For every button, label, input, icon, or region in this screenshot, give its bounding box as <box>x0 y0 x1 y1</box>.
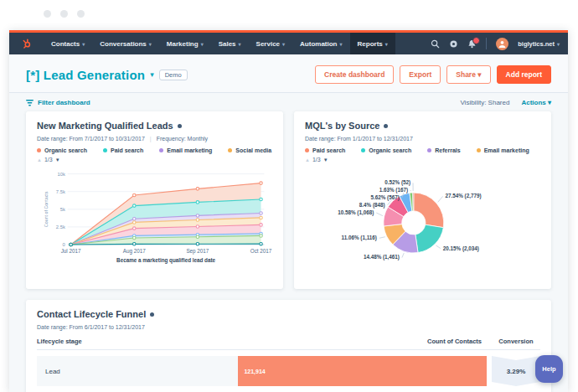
legend-dot-icon <box>477 148 481 152</box>
settings-gear-icon[interactable] <box>449 39 458 49</box>
pie-label: 5.62% (567) <box>371 194 400 201</box>
svg-text:2.5k: 2.5k <box>56 224 65 230</box>
chevron-down-icon: ▾ <box>201 41 204 47</box>
notifications-bell-icon[interactable] <box>467 39 477 49</box>
legend-dot-icon <box>159 148 163 152</box>
account-menu[interactable]: biglytics.net ▾ <box>518 40 560 48</box>
pager-down-icon[interactable]: ▼ <box>323 157 328 162</box>
data-point[interactable] <box>260 235 262 237</box>
nav-item-reports[interactable]: Reports▾ <box>350 33 395 54</box>
filter-dashboard-link[interactable]: Filter dashboard <box>26 99 90 106</box>
actions-menu[interactable]: Actions ▾ <box>521 99 551 106</box>
data-point[interactable] <box>133 227 136 230</box>
data-point[interactable] <box>196 225 199 228</box>
data-point[interactable] <box>133 243 136 245</box>
data-point[interactable] <box>133 193 136 196</box>
data-point[interactable] <box>133 217 136 219</box>
app-window: Contacts▾Conversations▾Marketing▾Sales▾S… <box>9 30 568 392</box>
lifecycle-stage-cell: Lead <box>37 356 238 386</box>
pager-down-icon[interactable]: ▼ <box>55 157 60 162</box>
stacked-area-chart[interactable]: 02.5k5k7.5k10kJul 2017Aug 2017Sep 2017Oc… <box>37 164 272 271</box>
pie-label: 27.54% (2,779) <box>445 193 481 199</box>
legend-item[interactable]: Email marketing <box>477 147 529 153</box>
legend-item[interactable]: Referrals <box>427 147 460 153</box>
legend-item[interactable]: Paid search <box>103 147 143 153</box>
hubspot-logo-icon[interactable] <box>21 39 32 49</box>
help-button[interactable]: Help <box>535 355 563 383</box>
data-point[interactable] <box>133 221 136 224</box>
data-point[interactable] <box>196 219 199 221</box>
data-point[interactable] <box>133 204 136 207</box>
search-icon[interactable] <box>431 39 440 49</box>
legend-label: Organic search <box>44 147 87 153</box>
meta-divider: | <box>150 136 152 142</box>
title-chevron-down-icon[interactable]: ▾ <box>150 70 154 79</box>
pie-label: 20.15% (2,034) <box>443 245 479 252</box>
data-point[interactable] <box>260 212 262 214</box>
visibility-status: Visibility: Shared <box>460 99 509 106</box>
funnel-bar[interactable]: 121,914 <box>238 356 487 386</box>
frequency: Frequency: Monthly <box>157 136 208 142</box>
column-header-count-of-contacts: Count of Contacts <box>238 338 487 345</box>
donut-chart[interactable]: 27.54% (2,779)20.15% (2,034)14.48% (1,46… <box>305 164 540 280</box>
data-point[interactable] <box>196 201 199 204</box>
data-point[interactable] <box>196 235 199 238</box>
nav-item-service[interactable]: Service▾ <box>249 33 292 54</box>
svg-text:Jul 2017: Jul 2017 <box>61 248 81 254</box>
info-icon[interactable] <box>150 312 154 317</box>
data-point[interactable] <box>196 188 199 190</box>
legend-item[interactable]: Email marketing <box>159 147 212 153</box>
main-nav: Contacts▾Conversations▾Marketing▾Sales▾S… <box>44 33 395 54</box>
nav-item-contacts[interactable]: Contacts▾ <box>44 33 92 54</box>
chart-legend: Paid searchOrganic searchReferralsEmail … <box>305 147 540 153</box>
legend-item[interactable]: Social media <box>228 147 271 153</box>
legend-pager: ▲ 1/3 ▼ <box>37 157 272 162</box>
window-controls <box>44 10 85 18</box>
top-navbar: Contacts▾Conversations▾Marketing▾Sales▾S… <box>9 30 568 54</box>
pie-slice[interactable] <box>414 193 444 228</box>
avatar[interactable] <box>496 38 508 50</box>
nav-item-conversations[interactable]: Conversations▾ <box>92 33 159 54</box>
pie-slice[interactable] <box>415 224 443 252</box>
nav-item-automation[interactable]: Automation▾ <box>292 33 349 54</box>
pie-label: 0.52% (52) <box>384 179 410 186</box>
data-point[interactable] <box>260 242 262 245</box>
count-of-contacts-value: 121,914 <box>238 369 265 374</box>
data-point[interactable] <box>260 182 262 184</box>
data-point[interactable] <box>133 236 136 239</box>
card-title: MQL's by Source <box>305 121 379 131</box>
notification-badge <box>472 37 480 44</box>
create-dashboard-button[interactable]: Create dashboard <box>315 65 394 84</box>
chevron-down-icon: ▾ <box>385 41 388 47</box>
data-point[interactable] <box>196 214 199 217</box>
data-point[interactable] <box>260 224 262 226</box>
page-title: [*] Lead Generation <box>26 68 145 82</box>
data-point[interactable] <box>196 242 199 245</box>
legend-dot-icon <box>427 148 431 152</box>
add-report-button[interactable]: Add report <box>497 65 551 84</box>
nav-item-sales[interactable]: Sales▾ <box>211 33 249 54</box>
column-header-conversion: Conversion <box>492 338 540 345</box>
pager-up-icon[interactable]: ▲ <box>37 157 42 162</box>
pager-up-icon[interactable]: ▲ <box>305 157 310 162</box>
info-icon[interactable] <box>384 124 388 128</box>
info-icon[interactable] <box>178 124 182 128</box>
data-point[interactable] <box>70 243 72 245</box>
nav-item-marketing[interactable]: Marketing▾ <box>159 33 211 54</box>
data-point[interactable] <box>260 216 262 219</box>
legend-item[interactable]: Organic search <box>361 147 411 153</box>
pie-label: 8.4% (848) <box>359 202 385 209</box>
pager-label: 1/3 <box>44 157 53 162</box>
legend-label: Email marketing <box>484 147 529 153</box>
legend-item[interactable]: Organic search <box>37 147 87 153</box>
pie-label: 1.63% (167) <box>379 187 408 193</box>
share-button[interactable]: Share ▾ <box>446 65 490 84</box>
export-button[interactable]: Export <box>400 65 441 84</box>
svg-text:Oct 2017: Oct 2017 <box>250 248 272 254</box>
card-title: New Marketing Qualified Leads <box>37 121 173 131</box>
conversion-cell: 3.29% <box>492 356 540 386</box>
card-contact-lifecycle-funnel: Contact Lifecycle Funnel Date range: Fro… <box>26 300 551 392</box>
legend-dot-icon <box>37 148 41 152</box>
data-point[interactable] <box>260 198 262 200</box>
legend-item[interactable]: Paid search <box>305 147 345 153</box>
